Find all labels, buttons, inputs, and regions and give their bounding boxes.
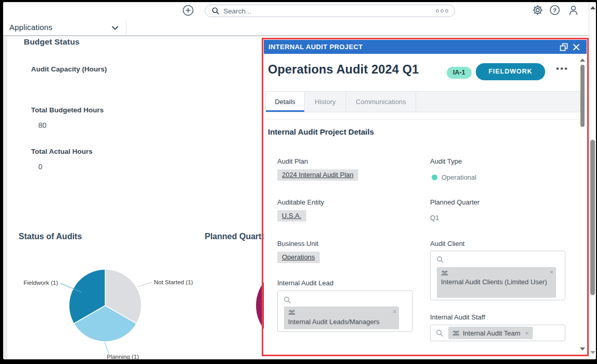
search-icon (283, 296, 291, 304)
internal-audit-lead-tag: × Internal Audit Leads/Managers (284, 307, 399, 329)
plus-circle-icon (182, 4, 194, 17)
group-icon (452, 330, 460, 336)
audit-capacity-label: Audit Capacity (Hours) (31, 65, 107, 73)
more-actions-button[interactable]: ••• (556, 64, 568, 74)
tab-communications[interactable]: Communications (346, 92, 416, 112)
popout-button[interactable] (560, 43, 568, 51)
total-budgeted-hours-label: Total Budgeted Hours (31, 106, 104, 114)
business-unit-label: Business Unit (277, 240, 318, 247)
modal-scroll-down-arrow[interactable] (580, 347, 585, 351)
help-icon: ? (549, 5, 560, 16)
tab-history[interactable]: History (305, 92, 346, 112)
remove-tag-icon[interactable]: × (392, 308, 396, 315)
page-scroll-up-arrow[interactable] (590, 6, 595, 9)
create-new-button[interactable] (182, 4, 194, 19)
screenshot-frame: ? Applications Budget Status Audit Capac… (0, 0, 597, 364)
planned-quarter-label: Planned Quarter (430, 198, 479, 206)
close-button[interactable] (572, 43, 580, 51)
auditable-entity-chip[interactable]: U.S.A. (277, 210, 306, 222)
app-window: ? Applications Budget Status Audit Capac… (3, 2, 596, 359)
remove-tag-icon[interactable]: × (549, 269, 553, 275)
global-search[interactable] (205, 5, 455, 17)
internal-audit-lead-tag-label: Internal Audit Leads/Managers (288, 317, 399, 326)
left-gutter (3, 36, 7, 358)
audit-plan-label: Audit Plan (277, 157, 308, 165)
internal-audit-staff-select[interactable]: Internal Audit Team × (430, 325, 565, 341)
audit-client-tag-label: Internal Audit Clients (Limited User) (441, 278, 551, 286)
pie-label-planning: Planning (1) (107, 354, 139, 359)
budget-status-title: Budget Status (24, 37, 80, 47)
audit-type-label: Audit Type (430, 157, 462, 165)
planned-quarter-value: Q1 (430, 214, 439, 222)
details-section-title: Internal Audit Project Details (268, 127, 374, 136)
workflow-state-badge[interactable]: FIELDWORK (476, 63, 545, 80)
dialog-title: INTERNAL AUDIT PROJECT (268, 40, 363, 54)
search-icon (211, 7, 220, 15)
page-scroll-down-arrow[interactable] (590, 351, 595, 354)
profile-button[interactable] (568, 5, 579, 18)
record-id-badge: IA-1 (447, 67, 472, 79)
modal-scrollbar-thumb[interactable] (580, 65, 585, 127)
page-scrollbar-thumb[interactable] (590, 140, 595, 295)
svg-text:?: ? (553, 7, 557, 13)
search-icon (436, 256, 444, 264)
record-title: Operations Audit 2024 Q1 (268, 63, 419, 77)
group-icon (440, 270, 449, 276)
group-icon (288, 309, 296, 315)
audit-type-dot (432, 174, 437, 180)
business-unit-chip[interactable]: Operations (277, 252, 320, 263)
internal-audit-staff-tag: Internal Audit Team × (448, 327, 533, 339)
internal-audit-lead-select[interactable]: × Internal Audit Leads/Managers (277, 290, 413, 332)
top-bar: ? (3, 2, 596, 21)
remove-tag-icon[interactable]: × (525, 329, 529, 337)
leader-line-not-started (137, 282, 152, 287)
audit-client-select[interactable]: × Internal Audit Clients (Limited User) (430, 251, 565, 300)
close-icon (572, 43, 580, 51)
applications-bar: Applications (3, 21, 596, 36)
total-budgeted-hours-value: 80 (38, 121, 47, 129)
dialog-header: INTERNAL AUDIT PROJECT (264, 40, 587, 54)
search-input[interactable] (223, 7, 436, 15)
internal-audit-lead-label: Internal Audit Lead (277, 279, 333, 287)
leader-line-planning (105, 342, 109, 354)
internal-audit-project-dialog: INTERNAL AUDIT PROJECT Operations Audit … (264, 40, 587, 354)
page-scrollbar[interactable] (589, 2, 596, 359)
tab-details[interactable]: Details (266, 92, 305, 112)
tab-strip: Details History Communications (265, 91, 580, 112)
popout-icon (560, 43, 568, 51)
internal-audit-staff-tag-label: Internal Audit Team (463, 329, 520, 337)
audit-client-label: Audit Client (430, 240, 464, 247)
gear-icon (532, 5, 543, 16)
search-icon (436, 329, 444, 337)
more-options-icon[interactable] (436, 9, 448, 12)
total-actual-hours-label: Total Actual Hours (31, 148, 93, 155)
pie-label-not-started: Not Started (1) (154, 279, 193, 285)
applications-dropdown[interactable]: Applications (9, 23, 52, 32)
person-icon (568, 5, 579, 16)
audit-type-value: Operational (442, 173, 476, 181)
audit-client-tag: × Internal Audit Clients (Limited User) (437, 267, 556, 298)
modal-scroll-up-arrow[interactable] (580, 59, 585, 62)
help-button[interactable]: ? (549, 5, 560, 18)
chevron-down-icon[interactable] (111, 24, 119, 34)
settings-button[interactable] (532, 5, 543, 18)
planned-quarter-title: Planned Quarter (205, 232, 269, 241)
status-of-audits-pie-chart[interactable]: Fieldwork (1) Not Started (1) Planning (… (10, 233, 207, 359)
nav-divider (126, 21, 126, 35)
internal-audit-staff-label: Internal Audit Staff (430, 313, 485, 321)
divider (264, 119, 580, 120)
pie-label-fieldwork: Fieldwork (1) (24, 280, 59, 286)
auditable-entity-label: Auditable Entity (277, 198, 324, 206)
total-actual-hours-value: 0 (38, 163, 42, 171)
audit-plan-chip[interactable]: 2024 Internal Audit Plan (277, 169, 358, 181)
